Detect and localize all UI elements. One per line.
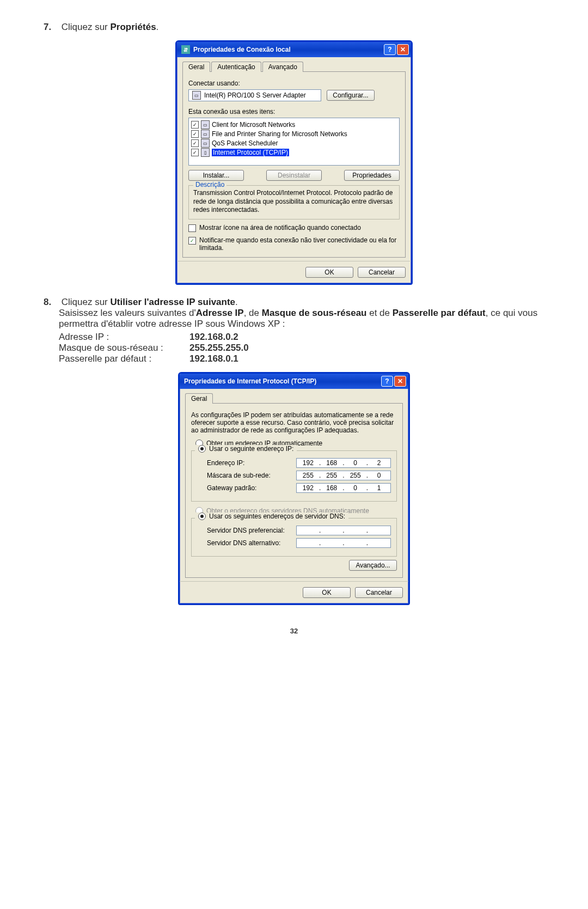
- page-number: 32: [44, 627, 544, 635]
- tab-geral[interactable]: Geral: [182, 62, 210, 72]
- static-ip-fieldset: Usar o seguinte endereço IP: Endereço IP…: [191, 450, 397, 502]
- close-button[interactable]: ✕: [397, 44, 409, 55]
- help-button[interactable]: ?: [381, 376, 393, 387]
- ok-button[interactable]: OK: [305, 267, 353, 278]
- dns-alt-input[interactable]: . . .: [296, 538, 391, 548]
- window-title: Propriedades de Internet Protocol (TCP/I…: [184, 377, 316, 385]
- items-listbox[interactable]: ✓▭Client for Microsoft Networks ✓▭File a…: [188, 118, 400, 166]
- gateway-label: Passerelle par défaut :: [59, 353, 189, 364]
- mask-label: Masque de sous-réseau :: [59, 343, 189, 353]
- tab-autenticacao[interactable]: Autenticação: [211, 62, 261, 72]
- ip-value: 192.168.0.2: [189, 332, 238, 343]
- dialog-1-wrap: ⇵ Propriedades de Conexão local ? ✕ Gera…: [44, 40, 544, 285]
- radio-icon[interactable]: [198, 445, 206, 453]
- radio-icon[interactable]: [198, 513, 206, 520]
- list-item[interactable]: ✓▭File and Printer Sharing for Microsoft…: [191, 130, 397, 139]
- step-7-number: 7.: [44, 22, 59, 33]
- checkbox-icon[interactable]: [188, 224, 196, 232]
- tabs: Geral: [185, 393, 403, 404]
- description-fieldset: Descrição Transmission Control Protocol/…: [188, 185, 400, 219]
- ok-button[interactable]: OK: [303, 587, 351, 598]
- ip-config-table: Adresse IP :192.168.0.2 Masque de sous-r…: [59, 332, 544, 364]
- gateway-input[interactable]: 192. 168. 0. 1: [296, 483, 391, 493]
- adapter-field[interactable]: ▭ Intel(R) PRO/100 S Server Adapter: [188, 89, 321, 101]
- mascara-label: Máscara de sub-rede:: [207, 472, 296, 479]
- titlebar: Propriedades de Internet Protocol (TCP/I…: [180, 374, 408, 389]
- tab-avancado[interactable]: Avançado: [262, 62, 303, 72]
- notify-checkbox-row[interactable]: ✓ Notificar-me quando esta conexão não t…: [188, 236, 400, 252]
- nic-icon: ▭: [192, 91, 201, 100]
- step-8-line2: Saisissez les valeurs suivantes d'Adress…: [59, 308, 544, 330]
- window-title: Propriedades de Conexão local: [193, 46, 291, 53]
- description-text: Transmission Control Protocol/Internet P…: [193, 189, 395, 215]
- service-icon: ▭: [201, 139, 210, 148]
- dns-pref-input[interactable]: . . .: [296, 526, 391, 535]
- items-label: Esta conexão usa estes itens:: [188, 108, 400, 115]
- checkbox-icon[interactable]: ✓: [191, 149, 199, 156]
- list-item-selected[interactable]: ✓▯Internet Protocol (TCP/IP): [191, 148, 397, 157]
- dns-alt-label: Servidor DNS alternativo:: [207, 539, 296, 547]
- checkbox-icon[interactable]: ✓: [191, 121, 199, 129]
- instalar-button[interactable]: Instalar...: [188, 170, 244, 181]
- step-7: 7. Cliquez sur Propriétés.: [44, 22, 544, 33]
- propriedades-button[interactable]: Propriedades: [344, 170, 400, 181]
- static-dns-fieldset: Usar os seguintes endereços de servidor …: [191, 518, 397, 557]
- endereco-input[interactable]: 192. 168. 0. 2: [296, 458, 391, 468]
- list-item[interactable]: ✓▭Client for Microsoft Networks: [191, 120, 397, 130]
- client-icon: ▭: [201, 120, 210, 129]
- dns-pref-label: Servidor DNS preferencial:: [207, 527, 296, 534]
- step-8-number: 8.: [44, 297, 59, 308]
- network-icon: ⇵: [181, 45, 190, 54]
- help-button[interactable]: ?: [384, 44, 396, 55]
- configurar-button[interactable]: Configurar...: [327, 90, 375, 101]
- radio-use-dns[interactable]: Usar os seguintes endereços de servidor …: [195, 513, 348, 520]
- list-item[interactable]: ✓▭QoS Packet Scheduler: [191, 139, 397, 148]
- connect-using-label: Conectar usando:: [188, 80, 400, 87]
- mascara-input[interactable]: 255. 255. 255. 0: [296, 471, 391, 480]
- step-8: 8. Cliquez sur Utiliser l'adresse IP sui…: [44, 297, 544, 364]
- avancado-button[interactable]: Avançado...: [349, 560, 397, 571]
- mask-value: 255.255.255.0: [189, 343, 249, 353]
- tab-geral[interactable]: Geral: [185, 393, 213, 404]
- checkbox-icon[interactable]: ✓: [191, 139, 199, 147]
- step-7-text: Cliquez sur Propriétés.: [62, 22, 159, 32]
- protocol-icon: ▯: [201, 148, 210, 157]
- ip-label: Adresse IP :: [59, 332, 189, 343]
- cancel-button[interactable]: Cancelar: [355, 587, 403, 598]
- titlebar: ⇵ Propriedades de Conexão local ? ✕: [177, 42, 411, 57]
- show-icon-checkbox-row[interactable]: Mostrar ícone na área de notificação qua…: [188, 224, 400, 232]
- service-icon: ▭: [201, 130, 210, 138]
- gateway-value: 192.168.0.1: [189, 353, 238, 364]
- step-8-line1: Cliquez sur Utiliser l'adresse IP suivan…: [62, 297, 238, 307]
- cancel-button[interactable]: Cancelar: [358, 267, 406, 278]
- dialog-2-wrap: Propriedades de Internet Protocol (TCP/I…: [44, 372, 544, 605]
- tcpip-properties-window: Propriedades de Internet Protocol (TCP/I…: [178, 372, 410, 605]
- radio-use-ip[interactable]: Usar o seguinte endereço IP:: [195, 445, 297, 453]
- close-button[interactable]: ✕: [394, 376, 406, 387]
- tabs: Geral Autenticação Avançado: [182, 62, 406, 72]
- description-legend: Descrição: [193, 181, 226, 188]
- intro-text: As configurações IP podem ser atribuídas…: [191, 411, 397, 434]
- gateway-label: Gateway padrão:: [207, 484, 296, 492]
- connection-properties-window: ⇵ Propriedades de Conexão local ? ✕ Gera…: [175, 40, 413, 285]
- checkbox-icon[interactable]: ✓: [188, 237, 196, 245]
- adapter-name: Intel(R) PRO/100 S Server Adapter: [204, 91, 306, 99]
- endereco-label: Endereço IP:: [207, 459, 296, 467]
- checkbox-icon[interactable]: ✓: [191, 130, 199, 138]
- desinstalar-button[interactable]: Desinstalar: [266, 170, 322, 181]
